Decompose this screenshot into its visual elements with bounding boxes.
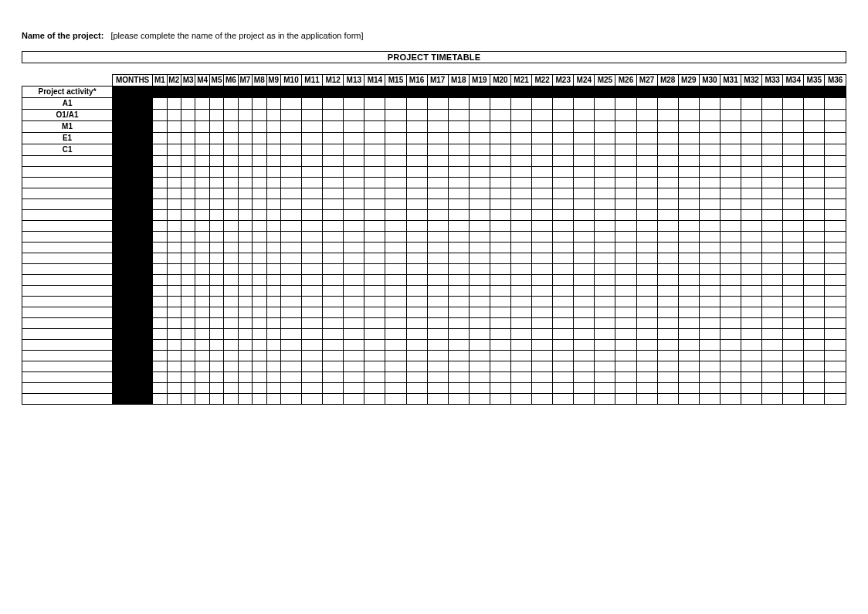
grid-cell[interactable] — [636, 351, 657, 361]
grid-cell[interactable] — [238, 318, 252, 329]
grid-cell[interactable] — [195, 167, 209, 178]
grid-cell[interactable] — [762, 199, 783, 210]
grid-cell[interactable] — [699, 297, 720, 307]
activity-cell[interactable]: O1/A1 — [22, 110, 113, 121]
grid-cell[interactable] — [595, 253, 615, 264]
grid-cell[interactable] — [280, 156, 301, 167]
grid-cell[interactable] — [280, 199, 301, 210]
grid-cell[interactable] — [406, 318, 427, 329]
grid-cell[interactable] — [427, 340, 448, 351]
grid-cell[interactable] — [195, 340, 209, 351]
grid-cell[interactable] — [469, 156, 490, 167]
grid-cell[interactable] — [469, 318, 490, 329]
grid-cell[interactable] — [238, 253, 252, 264]
grid-cell[interactable] — [181, 221, 195, 232]
activity-cell[interactable]: M1 — [22, 121, 113, 133]
activity-cell[interactable] — [22, 394, 113, 405]
grid-cell[interactable] — [344, 188, 364, 199]
grid-cell[interactable] — [224, 372, 238, 383]
grid-cell[interactable] — [678, 210, 699, 221]
grid-cell[interactable] — [427, 253, 448, 264]
grid-cell[interactable] — [469, 188, 490, 199]
grid-cell[interactable] — [783, 199, 804, 210]
grid-cell[interactable] — [448, 275, 469, 286]
grid-cell[interactable] — [167, 232, 181, 243]
grid-cell[interactable] — [804, 351, 825, 361]
grid-cell[interactable] — [448, 199, 469, 210]
grid-cell[interactable] — [490, 110, 510, 121]
grid-cell[interactable] — [224, 361, 238, 372]
grid-cell[interactable] — [574, 351, 595, 361]
grid-cell[interactable] — [469, 221, 490, 232]
grid-cell[interactable] — [510, 232, 531, 243]
grid-cell[interactable] — [344, 297, 364, 307]
grid-cell[interactable] — [678, 361, 699, 372]
grid-cell[interactable] — [195, 307, 209, 318]
grid-cell[interactable] — [448, 167, 469, 178]
grid-cell[interactable] — [762, 361, 783, 372]
grid-cell[interactable] — [364, 98, 385, 110]
grid-cell[interactable] — [209, 188, 223, 199]
grid-cell[interactable] — [427, 188, 448, 199]
activity-cell[interactable] — [22, 383, 113, 394]
grid-cell[interactable] — [181, 243, 195, 253]
grid-cell[interactable] — [266, 199, 280, 210]
grid-cell[interactable] — [280, 178, 301, 188]
grid-cell[interactable] — [195, 253, 209, 264]
grid-cell[interactable] — [323, 188, 344, 199]
grid-cell[interactable] — [385, 121, 406, 133]
grid-cell[interactable] — [762, 264, 783, 275]
grid-cell[interactable] — [510, 351, 531, 361]
grid-cell[interactable] — [615, 394, 636, 405]
grid-cell[interactable] — [553, 297, 574, 307]
grid-cell[interactable] — [195, 394, 209, 405]
grid-cell[interactable] — [636, 87, 657, 98]
grid-cell[interactable] — [699, 188, 720, 199]
grid-cell[interactable] — [253, 297, 266, 307]
grid-cell[interactable] — [224, 383, 238, 394]
grid-cell[interactable] — [510, 329, 531, 340]
grid-cell[interactable] — [595, 87, 615, 98]
grid-cell[interactable] — [238, 167, 252, 178]
activity-cell[interactable] — [22, 275, 113, 286]
grid-cell[interactable] — [510, 297, 531, 307]
grid-cell[interactable] — [427, 121, 448, 133]
grid-cell[interactable] — [266, 243, 280, 253]
grid-cell[interactable] — [385, 394, 406, 405]
grid-cell[interactable] — [448, 243, 469, 253]
grid-cell[interactable] — [427, 307, 448, 318]
grid-cell[interactable] — [532, 361, 553, 372]
grid-cell[interactable] — [385, 156, 406, 167]
grid-cell[interactable] — [448, 340, 469, 351]
grid-cell[interactable] — [783, 383, 804, 394]
grid-cell[interactable] — [699, 329, 720, 340]
grid-cell[interactable] — [678, 232, 699, 243]
grid-cell[interactable] — [238, 361, 252, 372]
grid-cell[interactable] — [510, 361, 531, 372]
grid-cell[interactable] — [825, 144, 846, 156]
grid-cell[interactable] — [427, 264, 448, 275]
grid-cell[interactable] — [595, 383, 615, 394]
grid-cell[interactable] — [153, 232, 167, 243]
grid-cell[interactable] — [657, 121, 678, 133]
grid-cell[interactable] — [224, 199, 238, 210]
grid-cell[interactable] — [448, 87, 469, 98]
grid-cell[interactable] — [364, 297, 385, 307]
grid-cell[interactable] — [469, 340, 490, 351]
grid-cell[interactable] — [469, 178, 490, 188]
grid-cell[interactable] — [209, 98, 223, 110]
grid-cell[interactable] — [469, 264, 490, 275]
grid-cell[interactable] — [427, 167, 448, 178]
grid-cell[interactable] — [167, 87, 181, 98]
grid-cell[interactable] — [762, 372, 783, 383]
grid-cell[interactable] — [266, 264, 280, 275]
grid-cell[interactable] — [825, 351, 846, 361]
grid-cell[interactable] — [323, 394, 344, 405]
grid-cell[interactable] — [574, 361, 595, 372]
grid-cell[interactable] — [302, 275, 323, 286]
grid-cell[interactable] — [532, 340, 553, 351]
grid-cell[interactable] — [448, 383, 469, 394]
grid-cell[interactable] — [448, 232, 469, 243]
grid-cell[interactable] — [238, 275, 252, 286]
grid-cell[interactable] — [825, 264, 846, 275]
